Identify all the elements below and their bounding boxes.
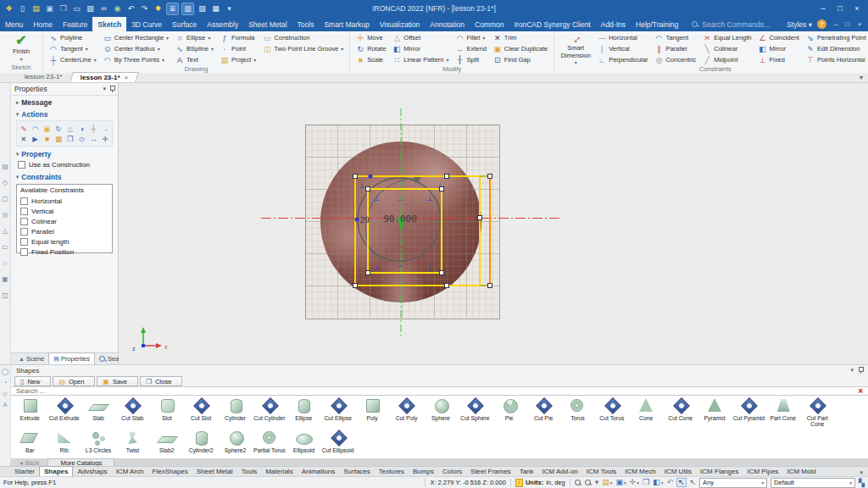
ribbon-button-coincident[interactable]: ∠Coincident — [757, 32, 801, 43]
catalog-tab-animations[interactable]: Animations — [298, 467, 340, 476]
ribbon-button-tangent[interactable]: ◠Tangent — [653, 32, 698, 43]
action-offset-icon[interactable]: △ — [65, 124, 75, 133]
maximize-button[interactable]: □ — [832, 1, 848, 16]
catalog-tab-sheet-metal[interactable]: Sheet Metal — [192, 467, 237, 476]
clear-search-icon[interactable]: × — [858, 386, 863, 396]
catalog-item-slab[interactable]: Slab — [81, 397, 115, 428]
catalog-close-button[interactable]: ❒Close — [140, 376, 182, 386]
action-profile-shape-icon[interactable]: ◇ — [77, 134, 87, 143]
pick-cursor-icon[interactable]: ↖ — [690, 479, 697, 486]
ribbon-button-penetrating-point[interactable]: ⇘Penetrating Point — [804, 32, 868, 43]
ribbon-button-linear-pattern[interactable]: ∷Linear Pattern▾ — [391, 54, 450, 65]
ribbon-button-concentric[interactable]: ◎Concentric — [653, 54, 698, 65]
menu-tab-tools[interactable]: Tools — [292, 17, 320, 31]
catalog-open-button[interactable]: ▤Open — [53, 376, 95, 386]
ribbon-button-fixed[interactable]: ⊥Fixed — [757, 54, 801, 65]
side-tool-icon-5[interactable]: △ — [3, 228, 8, 235]
catalog-item-cut-pie[interactable]: Cut Pie — [526, 397, 560, 428]
move-view-icon[interactable]: ✛▾ — [630, 479, 639, 486]
menu-tab-surface[interactable]: Surface — [167, 17, 202, 31]
save-icon[interactable]: ▣ — [44, 3, 55, 14]
catalog-item-cut-slot[interactable]: Cut Slot — [184, 397, 218, 428]
catalog-item-l3-circles[interactable]: L3 Circles — [81, 430, 115, 453]
catalog-item-sphere2[interactable]: Sphere2 — [218, 430, 252, 453]
catalog-item-cone[interactable]: Cone — [629, 397, 663, 428]
ribbon-button-ellipse[interactable]: ○Ellipse▾ — [174, 32, 215, 43]
camera-icon[interactable]: ◉ — [112, 3, 123, 14]
ribbon-button-center-radius[interactable]: ⊙Center Radius▾ — [102, 43, 170, 54]
action-half-mirror-icon[interactable]: ◑ — [77, 124, 87, 133]
menu-tab-sheet-metal[interactable]: Sheet Metal — [243, 17, 292, 31]
ribbon-button-parallel[interactable]: ∥Parallel — [653, 43, 698, 54]
catalog-item-cut-part-cone[interactable]: Cut Part Cone — [800, 397, 834, 428]
catalog-tab-shapes[interactable]: Shapes — [39, 466, 73, 476]
action-dimension-cross-icon[interactable]: ┼ — [89, 124, 99, 133]
catalog-item-pyramid[interactable]: Pyramid — [698, 397, 732, 428]
dimension-value-partial[interactable]: 29 — [360, 215, 370, 225]
catalog-strip-icon[interactable]: ◯ — [2, 368, 8, 375]
zoom-in-icon[interactable] — [575, 480, 581, 486]
catalog-tab-surfaces[interactable]: Surfaces — [339, 467, 375, 476]
catalog-new-button[interactable]: ▯New — [14, 376, 51, 386]
catalog-tab-icm-flanges[interactable]: ICM Flanges — [696, 467, 743, 476]
catalog-strip-icon[interactable]: ◇ — [3, 390, 8, 397]
zoom-window-icon[interactable] — [585, 480, 592, 486]
catalog-item-twist[interactable]: Twist — [115, 430, 149, 453]
ribbon-button-points-horizontal[interactable]: ⊤Points Horizontal▾ — [804, 54, 868, 65]
ribbon-button-center-rectangle[interactable]: ▭Center Rectangle▾ — [102, 32, 170, 43]
dimension-value[interactable]: 90.000 — [383, 214, 417, 225]
menu-tab-feature[interactable]: Feature — [58, 17, 92, 31]
link-icon[interactable]: ∞ — [98, 3, 109, 14]
action-extend-arrow-icon[interactable]: → — [100, 124, 110, 133]
menu-tab-common[interactable]: Common — [470, 17, 509, 31]
ribbon-button-two-point-line-groove[interactable]: ◫Two Point Line Groove▾ — [261, 43, 345, 54]
ribbon-button-smart-dimension[interactable]: ↔Smart Dimension▾ — [557, 32, 594, 65]
catalog-item-partial-torus[interactable]: Partial Torus — [253, 430, 287, 453]
pin-icon[interactable] — [858, 367, 863, 374]
view-undo-icon[interactable]: ↶ — [666, 479, 673, 486]
ribbon-button-midpoint[interactable]: ╱Midpoint — [701, 54, 753, 65]
doc-restore-button[interactable]: □ — [843, 20, 852, 28]
ribbon-button-mirror[interactable]: ◧Mirror — [391, 43, 450, 54]
print-icon[interactable]: ▭ — [71, 3, 82, 14]
ribbon-button-fillet[interactable]: ◠Fillet▾ — [454, 32, 488, 43]
sketch-point[interactable] — [368, 174, 372, 178]
catalog-tab-icm-tools[interactable]: ICM Tools — [582, 467, 620, 476]
catalog-tab-icm-utils[interactable]: ICM Utils — [660, 467, 696, 476]
catalog-tab-icm-mech[interactable]: ICM Mech — [620, 467, 659, 476]
view-cube-icon[interactable]: ▣▾ — [615, 479, 626, 486]
catalog-item-rib[interactable]: Rib — [47, 430, 81, 453]
panel-tab-properties[interactable]: ▤Properties — [48, 352, 95, 364]
styles-menu[interactable]: Styles ▾ — [787, 20, 812, 29]
section-actions[interactable]: ▾ Actions — [11, 108, 118, 119]
catalog-item-cut-slab[interactable]: Cut Slab — [115, 397, 149, 428]
ribbon-button-finish[interactable]: ✔Finish▾ — [3, 32, 40, 64]
app-logo-icon[interactable]: ❖ — [3, 3, 14, 14]
catalog-item-cut-torus[interactable]: Cut Torus — [595, 397, 629, 428]
catalog-tab-tank[interactable]: Tank — [515, 467, 538, 476]
catalog-save-button[interactable]: ▣Save — [97, 376, 138, 386]
close-button[interactable]: × — [849, 1, 865, 16]
catalog-item-extrude[interactable]: Extrude — [13, 397, 47, 428]
catalog-item-pie[interactable]: Pie — [492, 397, 526, 428]
doc-close-button[interactable]: × — [855, 20, 864, 28]
catalog-tab-steel-frames[interactable]: Steel Frames — [466, 467, 515, 476]
panel-tab-scene[interactable]: ▲Scene — [14, 353, 48, 364]
menu-tab-ironcad-synergy-client[interactable]: IronCAD Synergy Client — [509, 17, 595, 31]
undo-icon[interactable]: ↶ — [125, 3, 136, 14]
ribbon-button-edit-dimension[interactable]: ✎Edit Dimension — [804, 43, 868, 54]
menu-tab-smart-markup[interactable]: Smart Markup — [319, 17, 374, 31]
use-as-construction-checkbox[interactable]: Use as Construction — [11, 159, 118, 170]
catalog-item-cut-poly[interactable]: Cut Poly — [389, 397, 423, 428]
ribbon-button-move[interactable]: ✛Move — [354, 32, 387, 43]
catalog-item-slab2[interactable]: Slab2 — [150, 430, 184, 453]
select-cursor-icon[interactable]: ↖ — [676, 478, 687, 487]
catalog-tab-icm-pipes[interactable]: ICM Pipes — [743, 467, 782, 476]
catalog-tab-icm-add-on[interactable]: ICM Add-on — [538, 467, 582, 476]
ribbon-button-perpendicular[interactable]: ∟Perpendicular — [596, 54, 649, 65]
catalog-item-cut-ellipse[interactable]: Cut Ellipse — [321, 397, 355, 428]
catalog-item-cylinder2[interactable]: Cylinder2 — [184, 430, 218, 453]
ribbon-button-project[interactable]: ▤Project▾ — [219, 54, 258, 65]
table-icon[interactable]: ▦ — [210, 3, 221, 14]
catalog-item-cut-cone[interactable]: Cut Cone — [663, 397, 697, 428]
